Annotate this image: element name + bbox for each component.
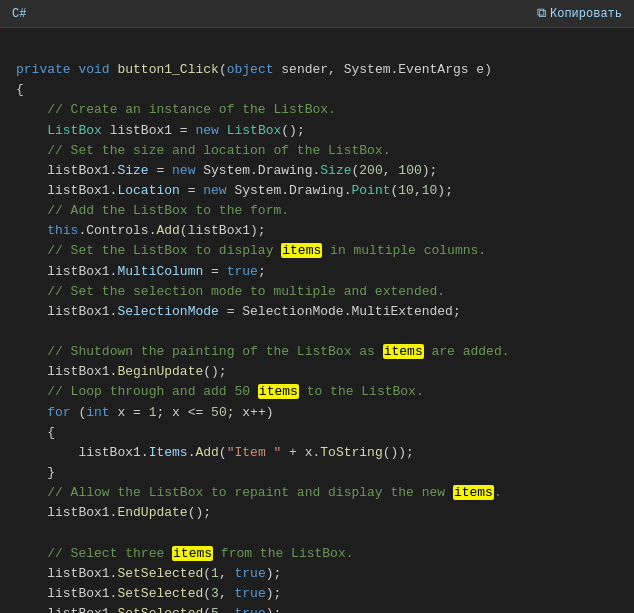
code-line: listBox1.SetSelected(5, true); [16,604,618,613]
code-line: listBox1.SelectionMode = SelectionMode.M… [16,302,618,322]
code-line: listBox1.BeginUpdate(); [16,362,618,382]
copy-button[interactable]: ⧉ Копировать [537,6,622,21]
code-line: // Select three items from the ListBox. [16,544,618,564]
code-block: private void button1_Click(object sender… [0,28,634,613]
code-line: listBox1.SetSelected(1, true); [16,564,618,584]
code-line: listBox1.MultiColumn = true; [16,262,618,282]
code-line: // Set the ListBox to display items in m… [16,241,618,261]
code-line: listBox1.EndUpdate(); [16,503,618,523]
code-line: // Loop through and add 50 items to the … [16,382,618,402]
code-line: listBox1.Location = new System.Drawing.P… [16,181,618,201]
code-line: for (int x = 1; x <= 50; x++) [16,403,618,423]
code-line: listBox1.Size = new System.Drawing.Size(… [16,161,618,181]
code-line: listBox1.Items.Add("Item " + x.ToString(… [16,443,618,463]
copy-label: Копировать [550,7,622,21]
code-line: } [16,463,618,483]
copy-icon: ⧉ [537,6,546,21]
code-line: // Set the size and location of the List… [16,141,618,161]
code-line: private void button1_Click(object sender… [16,60,618,80]
code-line: // Set the selection mode to multiple an… [16,282,618,302]
code-line: // Allow the ListBox to repaint and disp… [16,483,618,503]
code-line: this.Controls.Add(listBox1); [16,221,618,241]
language-label: C# [12,7,26,21]
code-line: { [16,423,618,443]
code-line: // Create an instance of the ListBox. [16,100,618,120]
code-line: // Shutdown the painting of the ListBox … [16,342,618,362]
code-line: { [16,80,618,100]
code-line: // Add the ListBox to the form. [16,201,618,221]
code-line: listBox1.SetSelected(3, true); [16,584,618,604]
code-header: C# ⧉ Копировать [0,0,634,28]
code-line: ListBox listBox1 = new ListBox(); [16,121,618,141]
